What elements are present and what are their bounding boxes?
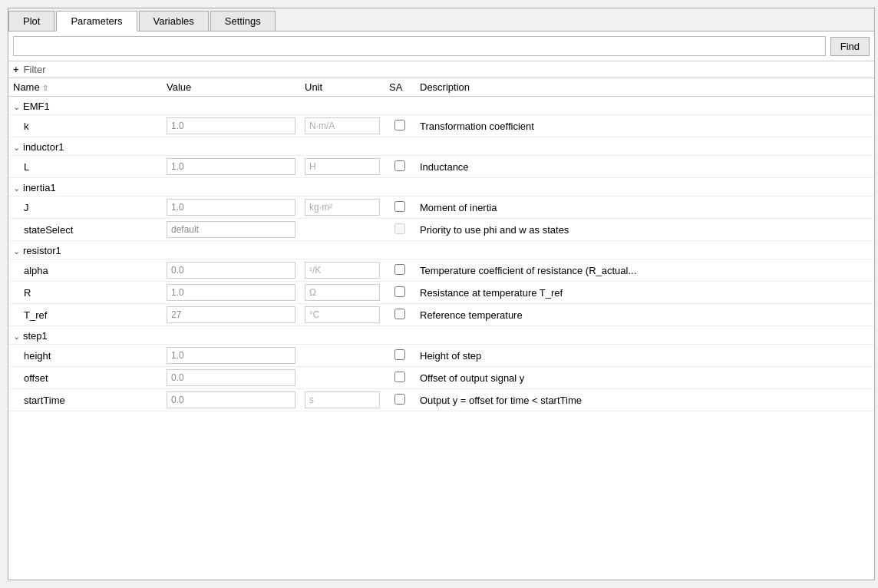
col-header-value[interactable]: Value: [162, 78, 300, 97]
group-label: inductor1: [23, 141, 64, 153]
param-value-cell[interactable]: [162, 259, 300, 282]
param-unit-cell[interactable]: [300, 389, 385, 411]
param-sa-cell[interactable]: [385, 282, 415, 304]
param-unit-cell[interactable]: [300, 304, 385, 326]
param-sa-cell[interactable]: [385, 367, 415, 389]
param-description-cell: Inductance: [415, 156, 874, 178]
param-value-input[interactable]: [167, 199, 295, 216]
param-unit-input[interactable]: [305, 199, 380, 216]
param-sa-checkbox[interactable]: [394, 201, 405, 212]
param-unit-cell[interactable]: [300, 259, 385, 282]
param-unit-input[interactable]: [305, 158, 380, 175]
param-name-cell: k: [8, 115, 162, 137]
param-sa-checkbox[interactable]: [394, 160, 405, 171]
table-row: JMoment of inertia: [8, 197, 874, 219]
table-row: heightHeight of step: [8, 345, 874, 367]
param-sa-checkbox[interactable]: [394, 264, 405, 275]
param-description-cell: Temperature coefficient of resistance (R…: [415, 259, 874, 282]
param-sa-checkbox[interactable]: [394, 120, 405, 130]
param-sa-checkbox[interactable]: [394, 349, 405, 360]
chevron-icon[interactable]: ⌄: [13, 246, 20, 256]
param-value-cell[interactable]: [162, 197, 300, 219]
param-value-input[interactable]: [167, 262, 295, 279]
col-header-unit[interactable]: Unit: [300, 78, 385, 97]
group-row: ⌄resistor1: [8, 241, 874, 259]
param-value-cell[interactable]: [162, 115, 300, 137]
param-name-cell: startTime: [8, 389, 162, 411]
param-unit-cell[interactable]: [300, 115, 385, 137]
filter-expand-icon[interactable]: +: [13, 64, 19, 75]
param-sa-cell[interactable]: [385, 389, 415, 411]
param-value-input[interactable]: [167, 158, 295, 175]
param-sa-cell[interactable]: [385, 345, 415, 367]
tab-plot[interactable]: Plot: [8, 11, 54, 31]
col-header-sa[interactable]: SA: [385, 78, 415, 97]
param-value-input[interactable]: [167, 221, 295, 238]
param-name-cell: J: [8, 197, 162, 219]
param-sa-checkbox[interactable]: [394, 372, 405, 382]
param-description-cell: Moment of inertia: [415, 197, 874, 219]
param-sa-checkbox[interactable]: [394, 309, 405, 319]
param-sa-cell[interactable]: [385, 156, 415, 178]
param-value-input[interactable]: [167, 347, 295, 364]
tab-bar: Plot Parameters Variables Settings: [8, 8, 874, 31]
find-button[interactable]: Find: [830, 37, 870, 56]
group-label: EMF1: [23, 101, 50, 112]
param-description-cell: Resistance at temperature T_ref: [415, 282, 874, 304]
param-sa-cell[interactable]: [385, 259, 415, 282]
param-unit-cell[interactable]: [300, 156, 385, 178]
param-value-input[interactable]: [167, 117, 295, 134]
group-label: inertia1: [23, 182, 56, 193]
param-description-cell: Priority to use phi and w as states: [415, 219, 874, 241]
param-unit-cell[interactable]: [300, 197, 385, 219]
param-unit-cell[interactable]: [300, 367, 385, 389]
param-name-cell: height: [8, 345, 162, 367]
param-value-input[interactable]: [167, 306, 295, 323]
param-sa-cell[interactable]: [385, 304, 415, 326]
tab-settings[interactable]: Settings: [210, 11, 276, 31]
param-value-cell[interactable]: [162, 304, 300, 326]
param-value-input[interactable]: [167, 391, 295, 408]
param-unit-input[interactable]: [305, 391, 380, 408]
col-header-name[interactable]: Name ⇧: [8, 78, 162, 97]
param-unit-input[interactable]: [305, 117, 380, 134]
param-value-cell[interactable]: [162, 367, 300, 389]
param-name-cell: alpha: [8, 259, 162, 282]
param-value-input[interactable]: [167, 284, 295, 301]
param-unit-input[interactable]: [305, 284, 380, 301]
param-name-cell: R: [8, 282, 162, 304]
param-value-cell[interactable]: [162, 345, 300, 367]
group-label: resistor1: [23, 245, 61, 256]
table-row: alphaTemperature coefficient of resistan…: [8, 259, 874, 282]
param-description-cell: Reference temperature: [415, 304, 874, 326]
param-unit-cell[interactable]: [300, 219, 385, 241]
param-unit-cell[interactable]: [300, 345, 385, 367]
chevron-icon[interactable]: ⌄: [13, 102, 20, 112]
param-sa-cell[interactable]: [385, 197, 415, 219]
param-sa-cell[interactable]: [385, 115, 415, 137]
param-sa-checkbox[interactable]: [394, 286, 405, 297]
param-value-cell[interactable]: [162, 389, 300, 411]
tab-variables[interactable]: Variables: [139, 11, 209, 31]
param-unit-cell[interactable]: [300, 282, 385, 304]
param-unit-input[interactable]: [305, 306, 380, 323]
param-value-input[interactable]: [167, 369, 295, 386]
search-input[interactable]: [13, 36, 826, 56]
param-value-cell[interactable]: [162, 156, 300, 178]
parameters-table-area: Name ⇧ Value Unit SA Description ⌄EMF1kT…: [8, 78, 874, 580]
chevron-icon[interactable]: ⌄: [13, 183, 20, 193]
chevron-icon[interactable]: ⌄: [13, 332, 20, 342]
param-value-cell[interactable]: [162, 219, 300, 241]
param-sa-cell[interactable]: [385, 219, 415, 241]
param-value-cell[interactable]: [162, 282, 300, 304]
chevron-icon[interactable]: ⌄: [13, 143, 20, 153]
group-row: ⌄step1: [8, 326, 874, 345]
tab-parameters[interactable]: Parameters: [56, 11, 137, 31]
table-row: startTimeOutput y = offset for time < st…: [8, 389, 874, 411]
param-sa-checkbox[interactable]: [394, 223, 405, 234]
col-header-description[interactable]: Description: [415, 78, 874, 97]
param-unit-input[interactable]: [305, 262, 380, 279]
param-description-cell: Offset of output signal y: [415, 367, 874, 389]
param-sa-checkbox[interactable]: [394, 394, 405, 405]
param-name-cell: offset: [8, 367, 162, 389]
